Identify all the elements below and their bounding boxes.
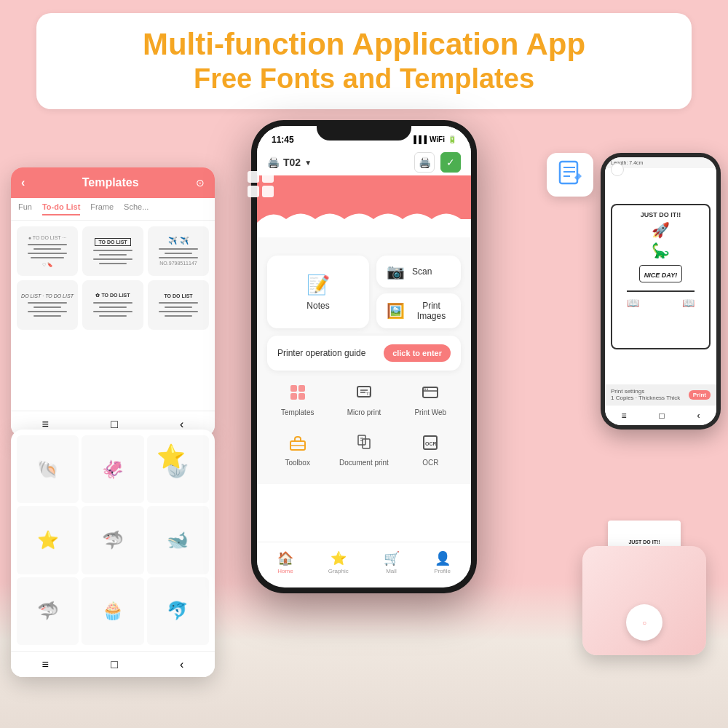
svg-point-11 xyxy=(427,389,428,390)
profile-icon: 👤 xyxy=(435,550,451,566)
status-icons: ▐▐▐ WiFi 🔋 xyxy=(411,135,456,143)
scan-print-column: 📷 Scan 🖼️ Print Images xyxy=(376,256,461,328)
animal-item[interactable]: 🦑 xyxy=(82,435,143,503)
just-do-it-text: JUST DO IT!! xyxy=(641,211,681,218)
printweb-label: Print Web xyxy=(414,408,446,416)
print-nav-button[interactable]: 🖨️ xyxy=(414,152,435,173)
template-item[interactable]: ✿ TO DO LIST xyxy=(82,280,143,330)
svg-rect-1 xyxy=(298,385,305,392)
rocket-icon: 🚀 xyxy=(652,221,670,239)
template-grid: ● TO DO LIST ··· ♡ 🔖 TO DO LIST xyxy=(11,221,215,336)
template-item[interactable]: TO DO LIST xyxy=(148,280,209,330)
template-item[interactable]: ● TO DO LIST ··· ♡ 🔖 xyxy=(17,226,78,276)
nav-mall-label: Mall xyxy=(386,568,397,574)
grid-cell xyxy=(262,171,274,183)
click-to-enter-button[interactable]: click to enter xyxy=(384,344,451,362)
animal-item[interactable]: 🦈 xyxy=(82,506,143,574)
phone-notch xyxy=(317,120,411,141)
nav-menu-icon[interactable]: ≡ xyxy=(621,411,626,421)
star-decoration: ⭐ xyxy=(157,443,186,470)
toolbox-icon xyxy=(289,434,306,456)
svg-rect-2 xyxy=(290,393,297,400)
search-icon[interactable]: ⊙ xyxy=(196,177,205,189)
template-item[interactable]: DO LIST · TO DO LIST xyxy=(17,280,78,330)
print-copies-text: 1 Copies · Thickness Thick xyxy=(611,395,680,401)
animal-item[interactable]: 🦈 xyxy=(17,577,79,645)
nav-graphic-label: Graphic xyxy=(328,568,349,574)
grid-decoration xyxy=(248,171,274,197)
tab-fun[interactable]: Fun xyxy=(18,202,32,215)
printer-body: ○ xyxy=(582,546,706,655)
back-icon[interactable]: ‹ xyxy=(21,176,25,189)
nav-device-name: T02 xyxy=(283,157,301,168)
svg-point-10 xyxy=(424,389,426,390)
nav-home-icon[interactable]: □ xyxy=(659,411,664,421)
top-features-row: 📝 Notes 📷 Scan 🖼️ Print Images xyxy=(267,256,461,328)
print-images-label: Print Images xyxy=(412,301,451,321)
nav-back-icon[interactable]: ‹ xyxy=(180,418,183,431)
nav-profile[interactable]: 👤 Profile xyxy=(434,550,451,574)
animal-item[interactable]: 🧁 xyxy=(82,577,143,645)
graphic-icon: ⭐ xyxy=(331,550,347,566)
nav-icons: 🖨️ ✓ xyxy=(414,152,461,173)
svg-text:OCR: OCR xyxy=(425,441,437,446)
templates-feature[interactable]: Templates xyxy=(267,378,328,422)
animal-item[interactable]: 🐋 xyxy=(147,506,209,574)
nav-graphic[interactable]: ⭐ Graphic xyxy=(328,550,349,574)
printweb-icon xyxy=(422,384,439,405)
tab-frame[interactable]: Frame xyxy=(90,202,114,215)
nav-mall[interactable]: 🛒 Mall xyxy=(384,550,400,574)
right-phone-screen: Length: 7.4cm JUST DO IT!! 🚀 🦕 NICE DAY!… xyxy=(605,157,716,425)
phone-content: 📝 Notes 📷 Scan 🖼️ Print Images xyxy=(257,234,471,484)
printer-device: JUST DO IT!! NICE DAY! 🦕 ○ xyxy=(575,517,713,655)
check-nav-button[interactable]: ✓ xyxy=(440,152,461,173)
animal-item[interactable]: ⭐ xyxy=(17,506,79,574)
right-phone-nav: ≡ □ ‹ xyxy=(605,405,716,425)
animal-item[interactable]: 🐬 xyxy=(147,577,209,645)
printer-guide-text: Printer operation guide xyxy=(277,348,365,358)
tab-todo[interactable]: To-do List xyxy=(42,202,80,215)
scan-icon: 📷 xyxy=(387,263,405,280)
notes-feature-card[interactable]: 📝 Notes xyxy=(267,256,369,328)
svg-rect-0 xyxy=(290,385,297,392)
scan-feature-card[interactable]: 📷 Scan xyxy=(376,256,461,288)
phone-screen: 11:45 ▐▐▐ WiFi 🔋 🖨️ T02 ▼ 🖨️ ✓ xyxy=(257,126,471,587)
mall-icon: 🛒 xyxy=(384,550,400,566)
printweb-feature[interactable]: Print Web xyxy=(400,378,461,422)
header-title-1: Multi-function Application App xyxy=(58,26,670,63)
divider-line xyxy=(627,290,695,292)
animal-item[interactable]: 🐚 xyxy=(17,435,79,503)
printer-button[interactable]: ○ xyxy=(626,604,662,641)
template-item[interactable]: TO DO LIST xyxy=(82,226,143,276)
docprint-feature[interactable]: Document print xyxy=(333,428,394,472)
battery-icon: 🔋 xyxy=(448,135,456,143)
toolbox-feature[interactable]: Toolbox xyxy=(267,428,328,472)
notes-icon-card xyxy=(547,153,593,197)
ocr-feature[interactable]: OCR OCR xyxy=(400,428,461,472)
tablet-tabs: Fun To-do List Frame Sche... xyxy=(11,198,215,221)
tablet-title: Templates xyxy=(32,176,189,189)
tab-sche[interactable]: Sche... xyxy=(124,202,149,215)
header-banner: Multi-function Application App Free Font… xyxy=(36,13,692,109)
grid-cell xyxy=(262,186,274,197)
bottom-deco: 📖 📖 xyxy=(627,297,695,309)
print-images-card[interactable]: 🖼️ Print Images xyxy=(376,293,461,328)
paper-text1: JUST DO IT!! xyxy=(627,538,661,546)
ocr-label: OCR xyxy=(422,459,438,467)
template-item[interactable]: ✈️ ✈️ NO.9798511147 xyxy=(148,226,209,276)
nav-home-icon[interactable]: □ xyxy=(111,418,118,431)
templates-svg xyxy=(289,384,306,401)
templates-icon xyxy=(289,384,306,405)
phone-top-nav: 🖨️ T02 ▼ 🖨️ ✓ xyxy=(257,149,471,175)
printer-icon: 🖨️ xyxy=(267,157,280,168)
book-right: 📖 xyxy=(682,297,695,309)
nav-home-icon[interactable]: □ xyxy=(111,658,118,671)
nav-menu-icon[interactable]: ≡ xyxy=(42,658,49,671)
print-button[interactable]: Print xyxy=(689,390,711,400)
nav-back-icon[interactable]: ‹ xyxy=(697,411,700,421)
microprint-feature[interactable]: T≡ Micro print xyxy=(333,378,394,422)
nav-menu-icon[interactable]: ≡ xyxy=(42,418,49,431)
nav-back-icon[interactable]: ‹ xyxy=(180,658,183,671)
nav-home[interactable]: 🏠 Home xyxy=(277,550,293,574)
chevron-down-icon: ▼ xyxy=(304,159,312,167)
